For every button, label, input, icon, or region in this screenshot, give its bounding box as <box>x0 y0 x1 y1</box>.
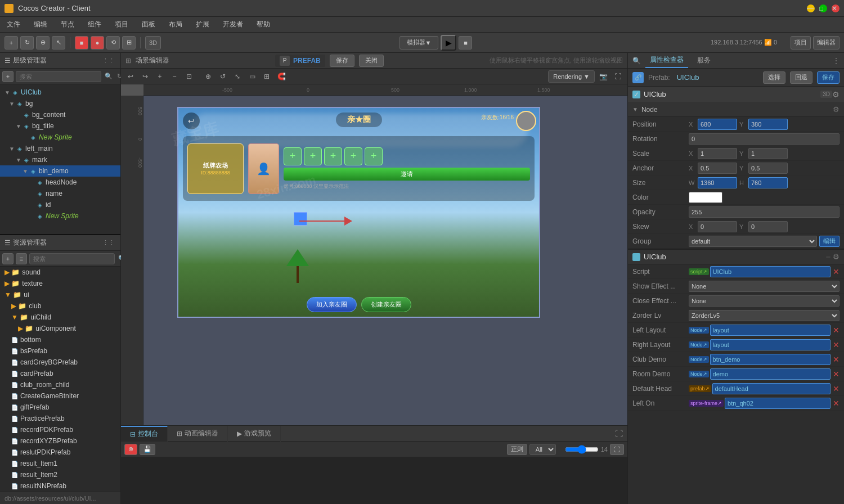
asset-item-club[interactable]: ▶ 📁 club <box>0 300 120 312</box>
node-gear-btn[interactable]: ⚙ <box>832 90 839 99</box>
console-clear-btn[interactable]: ⊗ <box>124 444 137 455</box>
size-h-input[interactable] <box>748 177 788 188</box>
save-btn[interactable]: 保存 <box>817 71 839 84</box>
asset-item-PracticePrefab[interactable]: 📄 PracticePrefab <box>0 413 120 424</box>
scene-canvas[interactable]: -500 0 500 1,000 1,500 500 0 -500 <box>121 84 627 425</box>
menu-panel[interactable]: 面板 <box>140 19 158 30</box>
asset-item-resultNNPrefab[interactable]: 📄 resultNNPrefab <box>0 480 120 492</box>
room-demo-del-btn[interactable]: ✕ <box>833 370 839 379</box>
left-on-input[interactable] <box>725 398 830 409</box>
club-demo-del-btn[interactable]: ✕ <box>833 355 839 364</box>
comp-gear-btn[interactable]: ⚙ <box>833 253 839 261</box>
close-button[interactable]: ✕ <box>832 4 839 12</box>
asset-item-club_room_child[interactable]: 📄 club_room_child <box>0 379 120 390</box>
maximize-button[interactable]: □ <box>819 4 827 12</box>
hierarchy-filter-btn[interactable]: 🔍 <box>104 71 114 81</box>
console-fontsize-slider[interactable] <box>565 444 599 454</box>
redo-btn[interactable]: ↪ <box>139 70 151 83</box>
transform-button[interactable]: ⟲ <box>106 36 120 50</box>
asset-item-recordPDKPrefab[interactable]: 📄 recordPDKPrefab <box>0 424 120 435</box>
select-btn[interactable]: 选择 <box>763 71 785 84</box>
menu-developer[interactable]: 开发者 <box>221 19 245 30</box>
move-gizmo-btn[interactable]: ⊕ <box>202 70 214 83</box>
asset-item-result_Item2[interactable]: 📄 result_Item2 <box>0 469 120 480</box>
default-head-input[interactable] <box>712 383 830 394</box>
assets-tool[interactable]: ⋮⋮ <box>101 238 116 248</box>
stop-button[interactable]: ■ <box>459 36 472 50</box>
group-select[interactable]: default <box>689 236 817 247</box>
script-input[interactable] <box>710 266 830 277</box>
menu-file[interactable]: 文件 <box>5 19 23 30</box>
create-club-btn[interactable]: 创建亲友圈 <box>361 297 411 312</box>
asset-item-result_Item1[interactable]: 📄 result_Item1 <box>0 458 120 469</box>
scene-save-btn[interactable]: 保存 <box>330 55 354 67</box>
scale-y-input[interactable] <box>748 148 788 159</box>
comp-checkbox[interactable] <box>632 253 640 261</box>
color-picker[interactable] <box>689 192 722 203</box>
hierarchy-tool-1[interactable]: ⋮⋮ <box>101 56 116 65</box>
hierarchy-item-bg[interactable]: ▼ ◈ bg <box>0 98 120 109</box>
cursor-button[interactable]: ↖ <box>52 36 65 50</box>
asset-item-texture[interactable]: ▶ 📁 texture <box>0 278 120 289</box>
hierarchy-item-headNode[interactable]: ◈ headNode <box>0 177 120 188</box>
asset-item-reslutPDKPrefab[interactable]: 📄 reslutPDKPrefab <box>0 447 120 458</box>
editor-button[interactable]: 编辑器 <box>813 36 839 50</box>
asset-item-CreateGameBtnIter[interactable]: 📄 CreateGameBtnIter <box>0 390 120 402</box>
size-w-input[interactable] <box>698 177 737 188</box>
menu-project[interactable]: 项目 <box>113 19 131 30</box>
left-layout-del-btn[interactable]: ✕ <box>833 326 839 335</box>
scale-x-input[interactable] <box>698 148 737 159</box>
scale-button[interactable]: ⊞ <box>122 36 136 50</box>
default-head-del-btn[interactable]: ✕ <box>833 384 839 393</box>
position-x-input[interactable] <box>698 119 737 130</box>
rect-button[interactable]: ■ <box>75 36 88 50</box>
transform-gizmo-btn[interactable]: ⊞ <box>261 70 273 83</box>
hierarchy-item-id[interactable]: ◈ id <box>0 199 120 210</box>
inspector-tab-properties[interactable]: 属性检查器 <box>645 53 688 68</box>
move-button[interactable]: ⊕ <box>36 36 50 50</box>
snap-btn[interactable]: 🧲 <box>275 70 288 83</box>
script-del-btn[interactable]: ✕ <box>833 267 839 276</box>
hierarchy-item-UIClub[interactable]: ▼ ◈ UIClub <box>0 87 120 98</box>
right-layout-input[interactable] <box>710 339 830 350</box>
zorder-select[interactable]: ZorderLv5 <box>689 310 839 321</box>
skew-y-input[interactable] <box>748 221 788 232</box>
hierarchy-item-bin_demo[interactable]: ▼ ◈ bin_demo <box>0 165 120 177</box>
asset-item-bsPrefab[interactable]: 📄 bsPrefab <box>0 345 120 357</box>
position-y-input[interactable] <box>748 119 788 130</box>
group-edit-btn[interactable]: 编辑 <box>819 236 839 247</box>
asset-item-uiComponent[interactable]: ▶ 📁 uiComponent <box>0 323 120 334</box>
hierarchy-search[interactable] <box>16 71 101 82</box>
right-layout-del-btn[interactable]: ✕ <box>833 340 839 349</box>
console-save-btn[interactable]: 💾 <box>140 444 155 455</box>
scene-close-btn[interactable]: 关闭 <box>359 55 384 67</box>
node-section-gear[interactable]: ⚙ <box>833 105 839 114</box>
3d-button[interactable]: 3D <box>145 36 161 50</box>
camera-btn[interactable]: 📷 <box>597 70 609 83</box>
zoom-fit-btn[interactable]: ⊡ <box>183 70 195 83</box>
hierarchy-item-left_main[interactable]: ▼ ◈ left_main <box>0 143 120 154</box>
asset-item-giftPrefab[interactable]: 📄 giftPrefab <box>0 402 120 413</box>
hierarchy-item-mark[interactable]: ▼ ◈ mark <box>0 154 120 165</box>
hierarchy-add-btn[interactable]: + <box>2 71 14 82</box>
rotation-input[interactable] <box>689 133 839 145</box>
project-button[interactable]: 项目 <box>791 36 811 50</box>
skew-x-input[interactable] <box>698 221 737 232</box>
menu-layout[interactable]: 布局 <box>167 19 185 30</box>
assets-add-btn[interactable]: + <box>2 253 14 264</box>
menu-help[interactable]: 帮助 <box>254 19 272 30</box>
console-tab-anim[interactable]: ⊞ 动画编辑器 <box>168 426 228 442</box>
anchor-y-input[interactable] <box>748 163 788 174</box>
undo-btn[interactable]: ↩ <box>124 70 137 83</box>
console-expand-btn[interactable]: ⛶ <box>610 444 624 455</box>
club-demo-input[interactable] <box>710 354 830 365</box>
console-resize-btn[interactable]: ⛶ <box>610 427 627 440</box>
rendering-btn[interactable]: Rendering ▼ <box>548 70 595 83</box>
rect-gizmo-btn[interactable]: ▭ <box>246 70 258 83</box>
asset-item-uiChild[interactable]: ▼ 📁 uiChild <box>0 312 120 323</box>
hierarchy-item-new-sprite-1[interactable]: ◈ New Sprite <box>0 132 120 143</box>
console-tab-preview[interactable]: ▶ 游戏预览 <box>228 426 281 442</box>
asset-item-cardPrefab[interactable]: 📄 cardPrefab <box>0 368 120 379</box>
add-node-button[interactable]: + <box>5 36 18 50</box>
console-tab-main[interactable]: ⊟ 控制台 <box>121 426 168 442</box>
